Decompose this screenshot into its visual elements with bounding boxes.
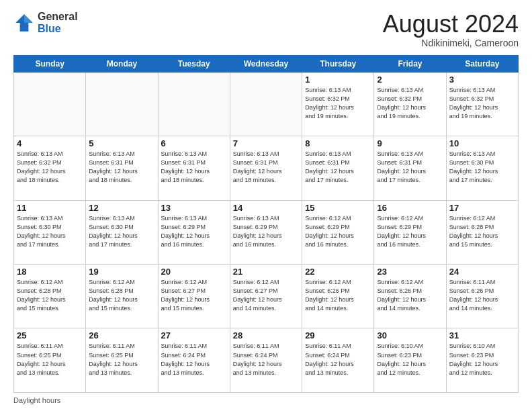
day-number: 19 — [89, 267, 154, 277]
day-info: Sunrise: 6:13 AMSunset: 6:30 PMDaylight:… — [17, 214, 83, 249]
day-number: 20 — [161, 267, 227, 277]
day-info: Sunrise: 6:13 AMSunset: 6:32 PMDaylight:… — [449, 86, 515, 121]
calendar-cell: 27Sunrise: 6:11 AMSunset: 6:24 PMDayligh… — [158, 328, 230, 393]
calendar-cell — [14, 72, 86, 136]
header: General Blue August 2024 Ndikinimeki, Ca… — [13, 11, 519, 48]
location: Ndikinimeki, Cameroon — [383, 38, 519, 48]
day-number: 4 — [17, 138, 83, 148]
day-number: 5 — [89, 138, 154, 148]
calendar-cell: 16Sunrise: 6:12 AMSunset: 6:29 PMDayligh… — [374, 200, 446, 264]
day-number: 10 — [449, 138, 515, 148]
calendar-cell: 29Sunrise: 6:11 AMSunset: 6:24 PMDayligh… — [302, 328, 374, 393]
day-number: 14 — [233, 203, 299, 213]
calendar-cell: 14Sunrise: 6:13 AMSunset: 6:29 PMDayligh… — [230, 200, 302, 264]
day-header: Thursday — [302, 55, 374, 72]
calendar-cell: 15Sunrise: 6:12 AMSunset: 6:29 PMDayligh… — [302, 200, 374, 264]
day-number: 29 — [305, 330, 371, 340]
logo: General Blue — [13, 11, 78, 34]
calendar-cell: 2Sunrise: 6:13 AMSunset: 6:32 PMDaylight… — [374, 72, 446, 136]
logo-icon — [13, 12, 35, 34]
calendar-cell: 12Sunrise: 6:13 AMSunset: 6:30 PMDayligh… — [86, 200, 158, 264]
day-header: Friday — [374, 55, 446, 72]
day-info: Sunrise: 6:12 AMSunset: 6:28 PMDaylight:… — [17, 278, 83, 313]
logo-blue: Blue — [38, 23, 78, 35]
day-info: Sunrise: 6:11 AMSunset: 6:24 PMDaylight:… — [161, 342, 227, 377]
title-block: August 2024 Ndikinimeki, Cameroon — [383, 11, 519, 48]
day-info: Sunrise: 6:13 AMSunset: 6:32 PMDaylight:… — [377, 86, 443, 121]
day-info: Sunrise: 6:13 AMSunset: 6:31 PMDaylight:… — [305, 150, 371, 185]
day-info: Sunrise: 6:13 AMSunset: 6:29 PMDaylight:… — [233, 214, 299, 249]
calendar-week-row: 1Sunrise: 6:13 AMSunset: 6:32 PMDaylight… — [14, 72, 519, 136]
day-number: 30 — [377, 330, 443, 340]
calendar-cell — [230, 72, 302, 136]
header-row: SundayMondayTuesdayWednesdayThursdayFrid… — [14, 55, 519, 72]
calendar-cell: 25Sunrise: 6:11 AMSunset: 6:25 PMDayligh… — [14, 328, 86, 393]
day-header: Wednesday — [230, 55, 302, 72]
calendar-cell — [86, 72, 158, 136]
day-info: Sunrise: 6:11 AMSunset: 6:25 PMDaylight:… — [17, 342, 83, 377]
day-info: Sunrise: 6:10 AMSunset: 6:23 PMDaylight:… — [377, 342, 443, 377]
day-info: Sunrise: 6:13 AMSunset: 6:32 PMDaylight:… — [305, 86, 371, 121]
logo-text: General Blue — [38, 11, 78, 34]
day-info: Sunrise: 6:12 AMSunset: 6:27 PMDaylight:… — [161, 278, 227, 313]
calendar-cell: 28Sunrise: 6:11 AMSunset: 6:24 PMDayligh… — [230, 328, 302, 393]
day-number: 15 — [305, 203, 371, 213]
day-number: 26 — [89, 330, 154, 340]
day-number: 27 — [161, 330, 227, 340]
day-info: Sunrise: 6:13 AMSunset: 6:31 PMDaylight:… — [89, 150, 154, 185]
calendar-cell: 10Sunrise: 6:13 AMSunset: 6:30 PMDayligh… — [446, 136, 518, 200]
day-info: Sunrise: 6:13 AMSunset: 6:31 PMDaylight:… — [233, 150, 299, 185]
day-info: Sunrise: 6:13 AMSunset: 6:30 PMDaylight:… — [89, 214, 154, 249]
day-info: Sunrise: 6:12 AMSunset: 6:26 PMDaylight:… — [305, 278, 371, 313]
day-info: Sunrise: 6:11 AMSunset: 6:24 PMDaylight:… — [305, 342, 371, 377]
calendar-table: SundayMondayTuesdayWednesdayThursdayFrid… — [13, 55, 519, 393]
footer-note: Daylight hours — [13, 396, 519, 404]
day-info: Sunrise: 6:12 AMSunset: 6:28 PMDaylight:… — [89, 278, 154, 313]
calendar-cell: 6Sunrise: 6:13 AMSunset: 6:31 PMDaylight… — [158, 136, 230, 200]
calendar-week-row: 18Sunrise: 6:12 AMSunset: 6:28 PMDayligh… — [14, 265, 519, 328]
day-info: Sunrise: 6:12 AMSunset: 6:28 PMDaylight:… — [449, 214, 515, 249]
calendar-cell: 30Sunrise: 6:10 AMSunset: 6:23 PMDayligh… — [374, 328, 446, 393]
calendar-cell: 21Sunrise: 6:12 AMSunset: 6:27 PMDayligh… — [230, 265, 302, 328]
month-title: August 2024 — [383, 11, 519, 38]
day-number: 18 — [17, 267, 83, 277]
calendar-week-row: 25Sunrise: 6:11 AMSunset: 6:25 PMDayligh… — [14, 328, 519, 393]
day-number: 1 — [305, 75, 371, 85]
calendar-cell: 24Sunrise: 6:11 AMSunset: 6:26 PMDayligh… — [446, 265, 518, 328]
day-info: Sunrise: 6:11 AMSunset: 6:24 PMDaylight:… — [233, 342, 299, 377]
calendar-cell: 1Sunrise: 6:13 AMSunset: 6:32 PMDaylight… — [302, 72, 374, 136]
calendar-cell: 9Sunrise: 6:13 AMSunset: 6:31 PMDaylight… — [374, 136, 446, 200]
calendar-cell: 20Sunrise: 6:12 AMSunset: 6:27 PMDayligh… — [158, 265, 230, 328]
calendar-cell: 17Sunrise: 6:12 AMSunset: 6:28 PMDayligh… — [446, 200, 518, 264]
calendar-cell: 4Sunrise: 6:13 AMSunset: 6:32 PMDaylight… — [14, 136, 86, 200]
day-number: 31 — [449, 330, 515, 340]
calendar-cell: 26Sunrise: 6:11 AMSunset: 6:25 PMDayligh… — [86, 328, 158, 393]
day-number: 8 — [305, 138, 371, 148]
day-number: 17 — [449, 203, 515, 213]
day-number: 24 — [449, 267, 515, 277]
day-number: 3 — [449, 75, 515, 85]
day-info: Sunrise: 6:13 AMSunset: 6:30 PMDaylight:… — [449, 150, 515, 185]
calendar-cell: 3Sunrise: 6:13 AMSunset: 6:32 PMDaylight… — [446, 72, 518, 136]
calendar-cell: 13Sunrise: 6:13 AMSunset: 6:29 PMDayligh… — [158, 200, 230, 264]
calendar-cell — [158, 72, 230, 136]
day-number: 21 — [233, 267, 299, 277]
calendar-week-row: 4Sunrise: 6:13 AMSunset: 6:32 PMDaylight… — [14, 136, 519, 200]
day-info: Sunrise: 6:12 AMSunset: 6:29 PMDaylight:… — [305, 214, 371, 249]
calendar-cell: 19Sunrise: 6:12 AMSunset: 6:28 PMDayligh… — [86, 265, 158, 328]
day-number: 25 — [17, 330, 83, 340]
day-info: Sunrise: 6:12 AMSunset: 6:26 PMDaylight:… — [377, 278, 443, 313]
day-info: Sunrise: 6:13 AMSunset: 6:31 PMDaylight:… — [161, 150, 227, 185]
day-number: 6 — [161, 138, 227, 148]
calendar-cell: 5Sunrise: 6:13 AMSunset: 6:31 PMDaylight… — [86, 136, 158, 200]
day-number: 28 — [233, 330, 299, 340]
day-info: Sunrise: 6:13 AMSunset: 6:32 PMDaylight:… — [17, 150, 83, 185]
svg-marker-1 — [24, 14, 33, 23]
calendar-cell: 8Sunrise: 6:13 AMSunset: 6:31 PMDaylight… — [302, 136, 374, 200]
day-header: Tuesday — [158, 55, 230, 72]
day-number: 9 — [377, 138, 443, 148]
day-number: 13 — [161, 203, 227, 213]
day-info: Sunrise: 6:13 AMSunset: 6:29 PMDaylight:… — [161, 214, 227, 249]
calendar-cell: 18Sunrise: 6:12 AMSunset: 6:28 PMDayligh… — [14, 265, 86, 328]
day-header: Saturday — [446, 55, 518, 72]
